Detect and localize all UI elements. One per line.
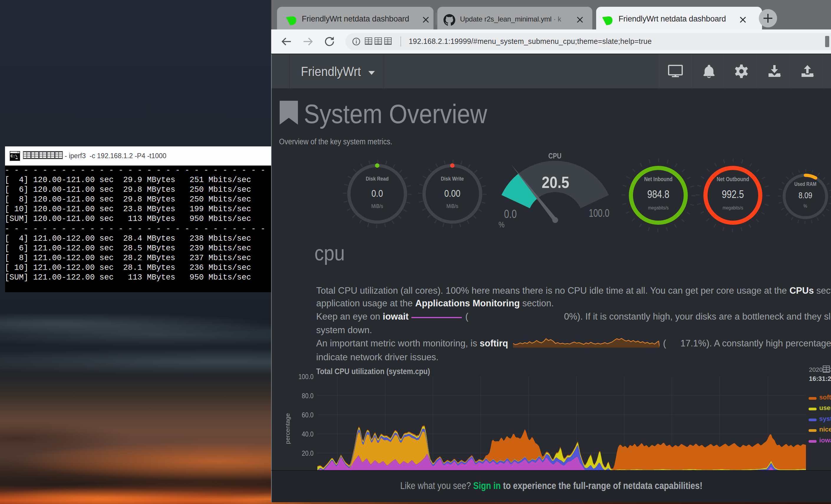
svg-text:C:\: C:\ <box>10 154 18 158</box>
